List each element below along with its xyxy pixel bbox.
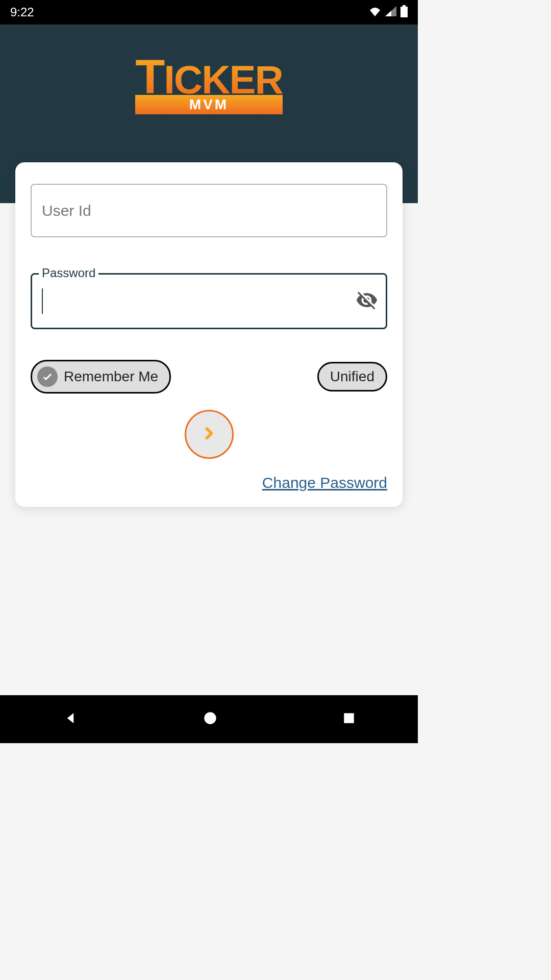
change-password-link[interactable]: Change Password xyxy=(262,474,387,492)
remember-me-label: Remember Me xyxy=(64,369,158,385)
svg-rect-3 xyxy=(344,713,354,723)
svg-rect-0 xyxy=(403,5,406,7)
status-icons xyxy=(369,5,408,19)
svg-rect-1 xyxy=(400,7,408,17)
user-id-field[interactable] xyxy=(31,184,387,237)
recent-apps-button[interactable] xyxy=(332,701,366,737)
logo-main-text: TICKER ® xyxy=(135,55,283,99)
unified-label: Unified xyxy=(330,369,374,385)
home-button[interactable] xyxy=(193,701,228,738)
submit-row xyxy=(31,410,387,459)
options-row: Remember Me Unified xyxy=(31,360,387,394)
battery-icon xyxy=(400,5,408,19)
visibility-off-icon[interactable] xyxy=(356,289,378,313)
status-time: 9:22 xyxy=(10,5,34,19)
navigation-bar xyxy=(0,695,418,743)
submit-button[interactable] xyxy=(185,410,234,459)
back-button[interactable] xyxy=(53,700,88,738)
password-label: Password xyxy=(39,266,98,280)
status-bar: 9:22 xyxy=(0,0,418,24)
brand-logo: TICKER ® MVM xyxy=(135,55,283,114)
text-cursor xyxy=(42,288,43,314)
password-field[interactable] xyxy=(31,273,387,329)
registered-mark: ® xyxy=(287,50,293,58)
svg-point-2 xyxy=(204,712,216,724)
chevron-right-icon xyxy=(200,424,218,445)
password-field-wrapper: Password xyxy=(31,273,387,329)
unified-chip[interactable]: Unified xyxy=(317,362,387,391)
login-card: Password Remember Me Unified Change Pass… xyxy=(15,162,403,507)
user-id-field-wrapper xyxy=(31,184,387,237)
check-icon xyxy=(37,366,58,387)
link-row: Change Password xyxy=(31,474,387,492)
wifi-icon xyxy=(369,6,381,18)
remember-me-chip[interactable]: Remember Me xyxy=(31,360,171,394)
signal-icon xyxy=(385,6,396,18)
